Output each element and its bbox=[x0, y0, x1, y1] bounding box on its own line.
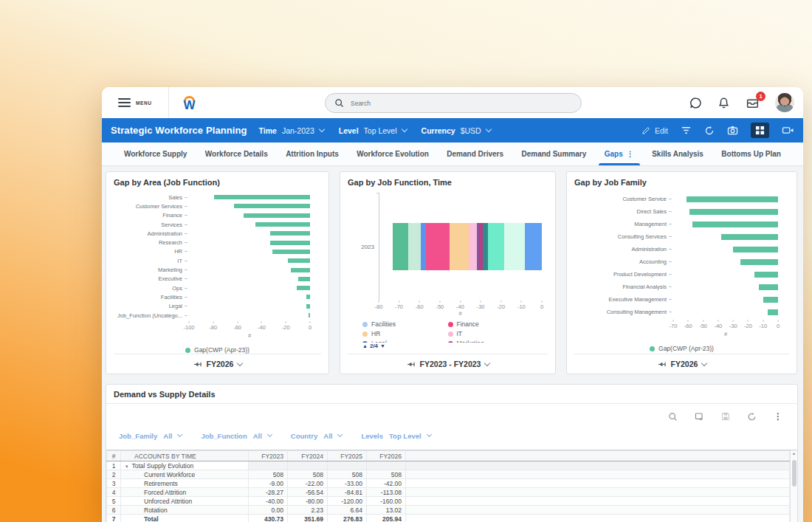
scroll-up-arrow[interactable]: ▲ bbox=[791, 451, 797, 456]
tab-kebab-icon[interactable]: ⋮ bbox=[627, 150, 634, 158]
edit-button[interactable]: Edit bbox=[641, 126, 668, 135]
bar[interactable] bbox=[733, 247, 778, 253]
table-row[interactable]: 2Current Workforce508508508508 bbox=[107, 470, 790, 479]
time-range-selector[interactable]: FY2023 - FY2023 bbox=[348, 354, 548, 374]
time-range-selector[interactable]: FY2026 bbox=[114, 354, 321, 374]
tab-gaps[interactable]: Gaps⋮ bbox=[605, 142, 634, 165]
x-tick-label: -60 bbox=[684, 323, 692, 329]
bar[interactable] bbox=[721, 234, 778, 240]
scroll-thumb[interactable] bbox=[792, 460, 796, 487]
time-range-selector[interactable]: FY2026 bbox=[574, 354, 789, 374]
bar-segment[interactable] bbox=[393, 223, 407, 270]
legend-item[interactable]: Finance bbox=[448, 320, 534, 328]
table-row[interactable]: 6Rotation0.002.236.6413.02 bbox=[107, 506, 790, 515]
avatar[interactable] bbox=[775, 93, 794, 112]
table-row[interactable]: 7Total430.73351.69276.83205.94 bbox=[107, 515, 790, 522]
menu-button[interactable]: MENU bbox=[102, 98, 168, 107]
bar-segment[interactable] bbox=[504, 223, 524, 270]
bar[interactable] bbox=[255, 222, 310, 227]
search-field[interactable] bbox=[351, 100, 557, 107]
param-currency[interactable]: Currency$USD bbox=[422, 126, 491, 135]
bar[interactable] bbox=[244, 213, 310, 218]
table-row[interactable]: 3Retirements-9.00-22.00-33.00-42.00 bbox=[107, 479, 790, 488]
tab-skills-analysis[interactable]: Skills Analysis bbox=[652, 142, 703, 165]
kebab-menu-icon[interactable]: ⋮ bbox=[774, 411, 782, 422]
grid-view-button[interactable] bbox=[751, 123, 769, 138]
bar[interactable] bbox=[763, 297, 778, 303]
filter-job-family[interactable]: Job_FamilyAll bbox=[119, 432, 182, 440]
stacked-bar[interactable] bbox=[393, 223, 542, 270]
vertical-scrollbar[interactable]: ▲ ▼ bbox=[790, 450, 797, 522]
table-row[interactable]: 4Forced Attrition-28.27-56.54-84.81-113.… bbox=[107, 488, 790, 497]
tab-workforce-supply[interactable]: Workforce Supply bbox=[124, 142, 187, 165]
param-time[interactable]: TimeJan-2023 bbox=[259, 126, 324, 135]
bar[interactable] bbox=[291, 268, 310, 272]
category-label: Financial Analysis bbox=[574, 284, 669, 290]
filter-label: Country bbox=[291, 432, 317, 440]
bar[interactable] bbox=[740, 259, 778, 265]
bar[interactable] bbox=[272, 250, 310, 254]
bar[interactable] bbox=[270, 241, 310, 245]
tab-bottoms-up-plan[interactable]: Bottoms Up Plan bbox=[721, 142, 781, 165]
inbox-icon[interactable]: 1 bbox=[746, 97, 760, 109]
search-icon[interactable] bbox=[668, 412, 678, 422]
table-row[interactable]: 5Unforced Attrition-40.00-80.00-120.00-1… bbox=[107, 497, 790, 506]
search-input[interactable] bbox=[325, 93, 582, 113]
legend-item[interactable]: IT bbox=[448, 330, 534, 337]
tab-attrition-inputs[interactable]: Attrition Inputs bbox=[286, 142, 339, 165]
filter-country[interactable]: CountryAll bbox=[291, 432, 343, 440]
category-tick bbox=[185, 197, 187, 198]
table-row[interactable]: 1▾Total Supply Evolution bbox=[107, 461, 790, 470]
bar[interactable] bbox=[270, 231, 310, 236]
bar[interactable] bbox=[234, 204, 310, 208]
legend-dot bbox=[362, 341, 368, 343]
chevron-down-icon bbox=[318, 126, 324, 132]
tab-workforce-evolution[interactable]: Workforce Evolution bbox=[357, 142, 429, 165]
bar[interactable] bbox=[297, 286, 310, 290]
bar[interactable] bbox=[689, 209, 778, 215]
bar-segment[interactable] bbox=[483, 223, 488, 270]
bar[interactable] bbox=[306, 304, 310, 309]
bar[interactable] bbox=[214, 195, 310, 199]
save-icon[interactable] bbox=[721, 412, 730, 421]
legend-page-down[interactable]: ▼ bbox=[380, 343, 385, 348]
bar[interactable] bbox=[306, 295, 310, 299]
bar-segment[interactable] bbox=[421, 223, 426, 270]
bar[interactable] bbox=[288, 258, 310, 263]
legend-item[interactable]: Facilities bbox=[362, 320, 448, 328]
bar[interactable] bbox=[759, 284, 778, 290]
filter-icon[interactable] bbox=[681, 126, 692, 135]
filter-levels[interactable]: LevelsTop Level bbox=[361, 432, 430, 440]
camera-icon[interactable] bbox=[727, 126, 738, 135]
workday-logo[interactable]: W bbox=[179, 96, 200, 110]
bar[interactable] bbox=[687, 196, 778, 202]
tab-demand-summary[interactable]: Demand Summary bbox=[521, 142, 586, 165]
bar[interactable] bbox=[768, 309, 778, 315]
collapse-caret-icon[interactable]: ▾ bbox=[125, 464, 128, 469]
video-icon[interactable] bbox=[782, 126, 794, 135]
bar[interactable] bbox=[298, 277, 310, 281]
legend-page-up[interactable]: ▲ bbox=[362, 343, 368, 348]
bar[interactable] bbox=[692, 221, 778, 227]
bar-segment[interactable] bbox=[488, 223, 504, 270]
chat-icon[interactable] bbox=[689, 97, 702, 109]
refresh-icon[interactable] bbox=[747, 412, 757, 422]
filter-job-function[interactable]: Job_FunctionAll bbox=[201, 432, 271, 440]
export-icon[interactable] bbox=[695, 412, 704, 422]
bar-segment[interactable] bbox=[525, 223, 542, 270]
tab-workforce-details[interactable]: Workforce Details bbox=[205, 142, 268, 165]
legend-item[interactable]: HR bbox=[362, 330, 448, 337]
param-level[interactable]: LevelTop Level bbox=[339, 126, 407, 135]
bar-segment[interactable] bbox=[426, 223, 450, 270]
legend-label: IT bbox=[457, 330, 463, 337]
tab-demand-drivers[interactable]: Demand Drivers bbox=[447, 142, 503, 165]
bar-segment[interactable] bbox=[469, 223, 477, 270]
bar[interactable] bbox=[309, 313, 310, 317]
bar[interactable] bbox=[754, 272, 778, 278]
column-header: FY2026 bbox=[367, 451, 406, 461]
bell-icon[interactable] bbox=[718, 97, 730, 109]
bar-segment[interactable] bbox=[450, 223, 468, 270]
refresh-icon[interactable] bbox=[704, 126, 715, 136]
bar-segment[interactable] bbox=[408, 223, 421, 270]
legend-item[interactable]: Marketing bbox=[448, 340, 534, 343]
